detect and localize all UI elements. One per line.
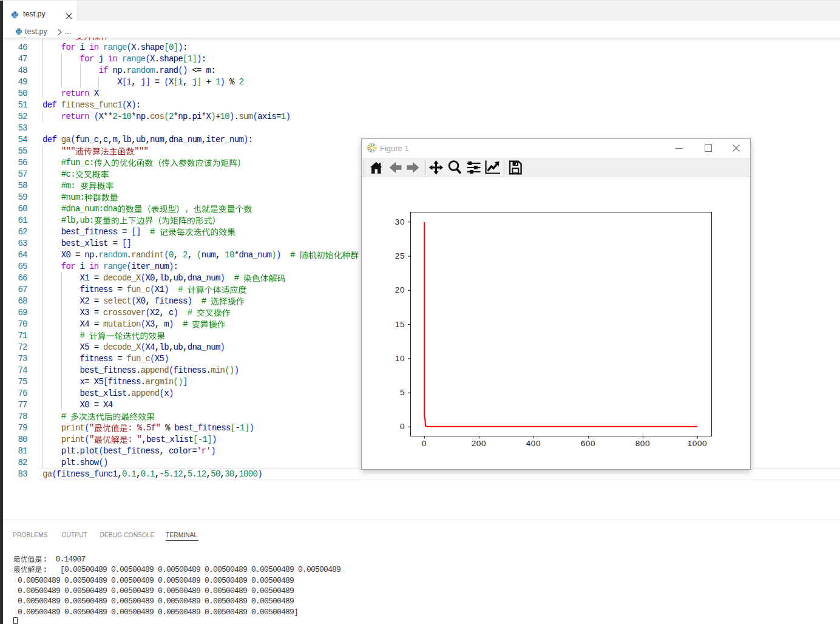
svg-text:25: 25 [395, 251, 405, 260]
svg-text:400: 400 [526, 439, 541, 448]
svg-text:200: 200 [472, 439, 486, 448]
svg-text:0: 0 [422, 439, 427, 448]
svg-text:10: 10 [395, 354, 405, 363]
svg-text:0: 0 [400, 422, 405, 431]
svg-text:30: 30 [395, 217, 405, 226]
svg-text:15: 15 [395, 320, 405, 329]
svg-text:1000: 1000 [688, 439, 707, 448]
svg-text:20: 20 [395, 285, 405, 294]
svg-text:5: 5 [400, 388, 405, 397]
svg-text:600: 600 [581, 439, 595, 448]
svg-text:800: 800 [635, 439, 650, 448]
